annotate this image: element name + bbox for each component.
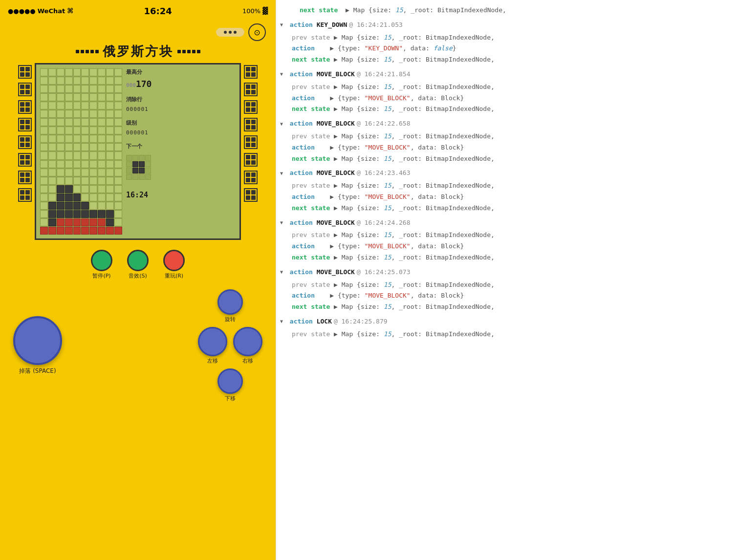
right-button[interactable]: [233, 327, 262, 356]
grid-cell: [57, 127, 65, 134]
left-label: 左移: [207, 357, 218, 365]
grid-cell: [40, 151, 48, 159]
action-details: prev state ▶ Map {size: 15, _root: Bitma…: [276, 82, 738, 115]
prev-state-row: prev state ▶ Map {size: 15, _root: Bitma…: [292, 82, 738, 93]
grid-cell: [57, 85, 65, 93]
grid-cell: [40, 194, 48, 201]
expand-icon[interactable]: ▼: [280, 120, 283, 128]
game-screen: 最高分 000170 消除行 000001 级别 000001 下一个: [35, 63, 241, 240]
action-header[interactable]: ▼ action KEY_DOWN @ 16:24:21.053: [276, 18, 738, 32]
grid-cell: [73, 143, 81, 151]
drop-button[interactable]: [13, 316, 62, 365]
grid-cell: [65, 151, 73, 159]
action-header[interactable]: ▼ action MOVE_BLOCK @ 16:24:21.854: [276, 67, 738, 82]
grid-cell: [81, 185, 89, 193]
deco-block: [18, 188, 32, 202]
action-header[interactable]: ▼ action MOVE_BLOCK @ 16:24:23.463: [276, 166, 738, 180]
grid-cell: [48, 127, 56, 134]
deco-block: [244, 188, 258, 202]
grid-cell: [73, 85, 81, 93]
next-state-label: next state: [292, 55, 330, 65]
grid-cell: [81, 110, 89, 118]
grid-cell: [106, 194, 114, 201]
grid-cell: [73, 202, 81, 210]
deco-block: [244, 135, 258, 149]
deco-block: [18, 65, 32, 79]
status-right: 100% ▓: [242, 7, 268, 15]
action-move-block-4: ▼ action MOVE_BLOCK @ 16:24:24.268 prev …: [276, 215, 738, 264]
action-header[interactable]: ▼ action MOVE_BLOCK @ 16:24:25.073: [276, 265, 738, 280]
grid-cell: [65, 194, 73, 201]
grid-cell: [48, 202, 56, 210]
expand-icon[interactable]: ▼: [280, 70, 283, 78]
rotate-button[interactable]: [217, 289, 243, 315]
grid-cell: [81, 194, 89, 201]
next-state-row: next state ▶ Map {size: 15, _root: Bitma…: [292, 54, 738, 65]
restart-label: 重玩(R): [165, 272, 183, 280]
battery-percent: 100%: [242, 7, 260, 15]
grid-cell: [57, 118, 65, 126]
restart-wrap: 重玩(R): [163, 250, 185, 280]
down-button[interactable]: [217, 368, 243, 394]
grid-cell: [114, 85, 122, 93]
action-header[interactable]: ▼ action MOVE_BLOCK @ 16:24:22.658: [276, 117, 738, 131]
wifi-icon: ⌘: [67, 7, 73, 15]
expand-icon[interactable]: ▼: [280, 318, 283, 325]
grid-cell: [57, 160, 65, 168]
dpad-area: 掉落 (SPACE) 旋转 左移: [13, 289, 262, 402]
more-button[interactable]: [216, 28, 244, 37]
left-button[interactable]: [198, 327, 227, 356]
grid-cell: [89, 68, 97, 76]
grid-cell: [40, 102, 48, 109]
next-state-row: next state ▶ Map {size: 15, _root: Bitma…: [292, 252, 738, 263]
grid-cell: [65, 118, 73, 126]
next-block-preview: [126, 155, 165, 180]
grid-cell: [81, 151, 89, 159]
action-label: action: [286, 20, 317, 30]
grid-cell: [48, 177, 56, 185]
next-state-row: next state ▶ Map {size: 15, _root: Bitma…: [292, 104, 738, 115]
action-header[interactable]: ▼ action MOVE_BLOCK @ 16:24:24.268: [276, 216, 738, 230]
grid-cell: [40, 135, 48, 143]
grid-cell: [40, 218, 48, 226]
grid-cell: [98, 127, 106, 134]
camera-button[interactable]: ⊙: [248, 23, 266, 41]
grid-cell: [81, 160, 89, 168]
action-value-row: action ▶ {type: "MOVE_BLOCK", data: Bloc…: [292, 290, 738, 302]
action-header[interactable]: ▼ action LOCK @ 16:24:25.879: [276, 315, 738, 329]
deco-block: [244, 83, 258, 96]
grid-cell: [48, 77, 56, 85]
prev-state-row: prev state ▶ Map {size: 15, _root: Bitma…: [292, 180, 738, 192]
grid-cell: [114, 68, 122, 76]
next-state-row: next state ▶ Map {size: 15, _root: Bitma…: [276, 5, 738, 16]
grid-cell: [81, 118, 89, 126]
action-timestamp: @ 16:24:24.268: [357, 218, 411, 228]
grid-cell: [40, 202, 48, 210]
lines-value: 000001: [126, 106, 165, 112]
grid-cell: [81, 77, 89, 85]
grid-cell: [40, 169, 48, 176]
pause-button[interactable]: [91, 250, 112, 271]
grid-cell: [106, 185, 114, 193]
grid-cell: [98, 68, 106, 76]
grid-cell: [73, 177, 81, 185]
prev-state-row: prev state ▶ Map {size: 15, _root: Bitma…: [292, 131, 738, 142]
expand-icon[interactable]: ▼: [280, 170, 283, 177]
restart-button[interactable]: [163, 250, 185, 271]
grid-cell: [48, 210, 56, 218]
expand-icon[interactable]: ▼: [280, 268, 283, 276]
status-time: 16:24: [73, 6, 242, 16]
grid-cell: [114, 218, 122, 226]
sound-button[interactable]: [127, 250, 149, 271]
grid-cell: [89, 135, 97, 143]
grid-cell: [48, 169, 56, 176]
deco-block: [18, 100, 32, 114]
drop-button-area: 掉落 (SPACE): [13, 316, 62, 375]
expand-icon[interactable]: ▼: [280, 219, 283, 227]
grid-cell: [40, 210, 48, 218]
grid-cell: [65, 227, 73, 235]
grid-cell: [98, 102, 106, 109]
grid-cell: [89, 93, 97, 101]
expand-icon[interactable]: ▼: [280, 21, 283, 29]
pause-label: 暂停(P): [92, 272, 110, 280]
